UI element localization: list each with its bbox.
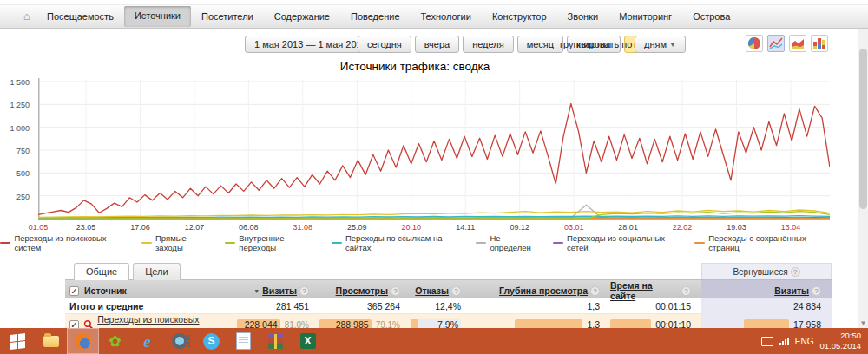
legend-label: Переходы с сохранённых страниц bbox=[708, 233, 833, 252]
language-indicator[interactable]: ENG bbox=[795, 337, 814, 346]
help-icon[interactable]: ? bbox=[299, 286, 309, 296]
media-player-icon[interactable] bbox=[163, 328, 195, 354]
period-button-месяц[interactable]: месяц bbox=[517, 36, 563, 53]
period-button-сегодня[interactable]: сегодня bbox=[358, 36, 411, 53]
winrar-icon[interactable] bbox=[260, 328, 292, 354]
chart-toolbar: 1 мая 2013 — 1 мая 2014 ▦ ▼ сегоднявчера… bbox=[0, 35, 868, 56]
vertical-scrollbar[interactable]: ▼ bbox=[858, 30, 868, 328]
tab-общие[interactable]: Общие bbox=[74, 263, 129, 280]
legend-color-dash bbox=[0, 242, 10, 244]
legend-label: Внутренние переходы bbox=[239, 233, 319, 252]
windows-taskbar: ✿ e S X ENG 20:50 01.05.2014 bbox=[0, 328, 868, 354]
internet-explorer-icon[interactable]: e bbox=[131, 328, 163, 354]
y-tick-label: 1 250 bbox=[0, 101, 30, 109]
select-all-checkbox[interactable]: ✓ bbox=[69, 286, 79, 296]
chart-title: Источники трафика: сводка bbox=[0, 60, 830, 73]
nav-item-звонки[interactable]: Звонки bbox=[557, 6, 609, 27]
x-tick-label: 23.05 bbox=[69, 223, 103, 232]
x-tick-label: 17.06 bbox=[122, 223, 157, 232]
excel-icon[interactable]: X bbox=[292, 328, 324, 354]
clock[interactable]: 20:50 01.05.2014 bbox=[819, 331, 861, 351]
nav-item-острова[interactable]: Острова bbox=[682, 6, 740, 27]
legend-color-dash bbox=[141, 242, 152, 244]
firefox-icon[interactable] bbox=[67, 328, 99, 354]
legend-label: Переходы по ссылкам на сайтах bbox=[345, 233, 464, 252]
legend-item[interactable]: Переходы из социальных сетей bbox=[553, 233, 683, 252]
sources-table: ✓ Источник ▼ Визиты? Просмотры? Отказы? … bbox=[65, 279, 832, 333]
y-tick-label: 500 bbox=[0, 169, 30, 178]
icq-icon[interactable]: ✿ bbox=[99, 328, 131, 354]
y-tick-label: 1 500 bbox=[0, 78, 30, 87]
stacked-bar-icon[interactable] bbox=[811, 35, 828, 52]
chart-canvas bbox=[38, 76, 830, 220]
network-signal-icon[interactable] bbox=[779, 338, 789, 345]
legend-item[interactable]: Внутренние переходы bbox=[225, 233, 320, 252]
scrollbar-down-arrow[interactable]: ▼ bbox=[858, 319, 868, 327]
help-icon[interactable]: ? bbox=[590, 286, 600, 296]
y-tick-label: 250 bbox=[0, 193, 30, 201]
nav-item-посещаемость[interactable]: Посещаемость bbox=[36, 6, 124, 27]
legend-item[interactable]: Переходы из поисковых систем bbox=[0, 233, 130, 252]
display-tray-icon[interactable] bbox=[761, 337, 773, 346]
x-axis-labels: 01.0523.0517.0612.0706.0831.0825.0920.10… bbox=[38, 223, 830, 233]
x-tick-label: 06.08 bbox=[231, 223, 266, 232]
nav-item-конструктор[interactable]: Конструктор bbox=[482, 6, 557, 27]
notepad-icon[interactable] bbox=[227, 328, 260, 354]
x-tick-label: 25.09 bbox=[339, 223, 374, 232]
skype-icon[interactable]: S bbox=[195, 328, 227, 354]
x-tick-label: 09.12 bbox=[503, 223, 537, 232]
sort-arrow-icon: ▼ bbox=[253, 288, 260, 294]
y-tick-label: 750 bbox=[0, 147, 30, 155]
pie-chart-icon[interactable] bbox=[746, 35, 763, 52]
legend-label: Не определён bbox=[490, 233, 541, 252]
help-icon[interactable]: ? bbox=[812, 286, 821, 296]
y-tick-label: 1 000 bbox=[0, 124, 30, 133]
legend-label: Переходы из поисковых систем bbox=[14, 233, 129, 252]
x-tick-label: 01.05 bbox=[21, 223, 56, 232]
x-tick-label: 28.01 bbox=[611, 223, 646, 232]
nav-item-источники[interactable]: Источники bbox=[124, 6, 191, 27]
legend-color-dash bbox=[225, 242, 235, 244]
totals-depth: 1,3 bbox=[471, 298, 610, 313]
stacked-glyph bbox=[812, 36, 826, 50]
home-icon[interactable]: ⌂ bbox=[17, 10, 36, 23]
totals-views: 365 264 bbox=[319, 298, 411, 313]
pie-glyph bbox=[747, 36, 761, 50]
returned-group-header: Вернувшиеся ? bbox=[701, 263, 832, 279]
scrollbar-thumb[interactable] bbox=[859, 49, 867, 209]
legend-item[interactable]: Переходы с сохранённых страниц bbox=[694, 233, 833, 252]
help-icon[interactable]: ? bbox=[391, 286, 400, 296]
x-tick-label: 03.01 bbox=[556, 223, 591, 232]
tab-цели[interactable]: Цели bbox=[133, 263, 180, 280]
help-icon[interactable]: ? bbox=[791, 267, 800, 277]
help-icon[interactable]: ? bbox=[681, 286, 691, 296]
system-tray: ENG 20:50 01.05.2014 bbox=[761, 328, 868, 354]
top-navigation: ⌂ ПосещаемостьИсточникиПосетителиСодержа… bbox=[0, 4, 868, 29]
start-button[interactable] bbox=[0, 328, 35, 354]
legend-item[interactable]: Прямые заходы bbox=[141, 233, 214, 252]
file-explorer-icon[interactable] bbox=[35, 328, 67, 354]
windows-logo-icon bbox=[10, 333, 25, 350]
help-icon[interactable]: ? bbox=[451, 286, 461, 296]
nav-item-поведение[interactable]: Поведение bbox=[340, 6, 411, 27]
totals-returned: 24 834 bbox=[701, 298, 832, 313]
nav-item-посетители[interactable]: Посетители bbox=[191, 6, 264, 27]
period-button-неделя[interactable]: неделя bbox=[463, 36, 514, 53]
nav-item-технологии[interactable]: Технологии bbox=[411, 6, 482, 27]
legend-item[interactable]: Не определён bbox=[476, 233, 542, 252]
tray-time: 20:50 bbox=[840, 331, 861, 340]
line-chart-icon[interactable] bbox=[767, 35, 785, 52]
x-tick-label: 12.07 bbox=[177, 223, 212, 232]
legend-label: Прямые заходы bbox=[155, 233, 214, 252]
x-tick-label: 19.03 bbox=[720, 223, 754, 232]
period-button-вчера[interactable]: вчера bbox=[415, 36, 459, 53]
area-chart-icon[interactable] bbox=[789, 35, 806, 52]
chart-legend: Переходы из поисковых системПрямые заход… bbox=[0, 233, 833, 252]
grouping-select[interactable]: дням ▼ bbox=[635, 36, 686, 53]
legend-item[interactable]: Переходы по ссылкам на сайтах bbox=[332, 233, 465, 252]
table-tabs: ОбщиеЦели bbox=[74, 263, 181, 280]
legend-label: Переходы из социальных сетей bbox=[567, 233, 683, 252]
nav-item-мониторинг[interactable]: Мониторинг bbox=[608, 6, 682, 27]
nav-item-содержание[interactable]: Содержание bbox=[264, 6, 340, 27]
x-tick-label: 20.10 bbox=[394, 223, 429, 232]
